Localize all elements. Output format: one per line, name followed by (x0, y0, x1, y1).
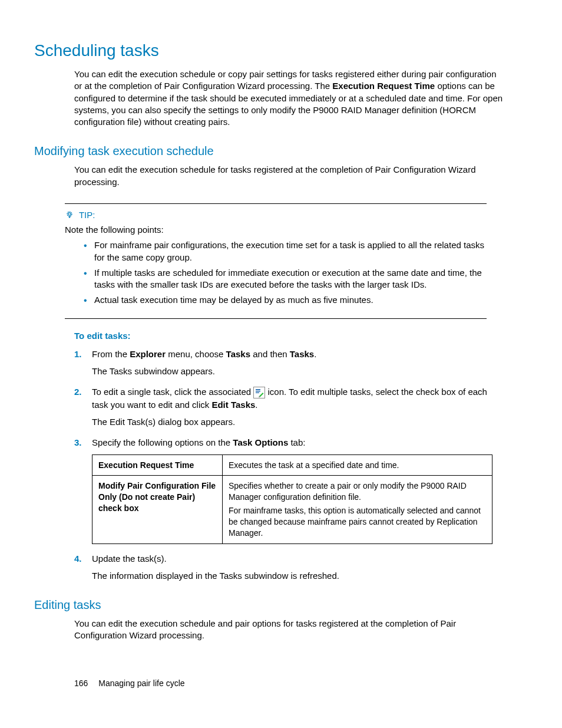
mod-paragraph: You can edit the execution schedule for … (74, 164, 504, 188)
tip-bullet: For mainframe pair configurations, the e… (84, 239, 487, 263)
edit-task-icon (253, 387, 265, 398)
svg-rect-5 (256, 392, 259, 393)
editing-paragraph: You can edit the execution schedule and … (74, 618, 504, 642)
table-cell-label: Modify Pair Configuration File Only (Do … (92, 476, 223, 543)
svg-rect-3 (256, 389, 260, 390)
bold-text: Edit Tasks (211, 400, 255, 410)
table-cell-desc: Specifies whether to create a pair or on… (223, 476, 492, 543)
to-edit-tasks-heading: To edit tasks: (74, 331, 528, 341)
footer-title: Managing pair life cycle (98, 678, 184, 688)
bold-text: Tasks (290, 349, 314, 359)
heading-editing-tasks: Editing tasks (34, 598, 528, 612)
text: menu, choose (166, 349, 226, 359)
bold-text: Task Options (233, 437, 288, 447)
text: Update the task(s). (92, 554, 167, 564)
text: From the (92, 349, 130, 359)
tip-bullet: Actual task execution time may be delaye… (84, 294, 487, 306)
table-cell-desc: Executes the task at a specified date an… (223, 454, 492, 476)
intro-paragraph: You can edit the execution schedule or c… (74, 68, 504, 128)
heading-scheduling-tasks: Scheduling tasks (34, 41, 528, 60)
step-1: From the Explorer menu, choose Tasks and… (74, 348, 504, 377)
svg-marker-6 (259, 393, 264, 397)
table-cell-label: Execution Request Time (92, 454, 223, 476)
page-number: 166 (74, 678, 88, 688)
svg-point-1 (68, 213, 71, 215)
text: To edit a single task, click the associa… (92, 387, 253, 397)
tip-block: TIP: Note the following points: For main… (65, 203, 487, 319)
bold-text: Tasks (226, 349, 250, 359)
bold-text: Explorer (130, 349, 166, 359)
text: . (314, 349, 316, 359)
table-row: Modify Pair Configuration File Only (Do … (92, 476, 492, 543)
table-row: Execution Request Time Executes the task… (92, 454, 492, 476)
page-footer: 166 Managing pair life cycle (74, 678, 185, 688)
text: For mainframe tasks, this option is auto… (229, 505, 486, 539)
text: tab: (288, 437, 305, 447)
step-4: Update the task(s). The information disp… (74, 552, 504, 582)
text: and then (250, 349, 290, 359)
tip-bullet: If multiple tasks are scheduled for imme… (84, 267, 487, 291)
step-1-sub: The Tasks subwindow appears. (92, 365, 504, 377)
task-options-table: Execution Request Time Executes the task… (92, 454, 492, 544)
heading-modifying-schedule: Modifying task execution schedule (34, 144, 528, 158)
tip-label: TIP: (79, 210, 95, 220)
text: Specifies whether to create a pair or on… (229, 480, 486, 503)
step-2: To edit a single task, click the associa… (74, 386, 504, 428)
tip-intro: Note the following points: (65, 225, 487, 235)
tip-lightbulb-icon (65, 210, 74, 221)
svg-rect-2 (69, 216, 70, 218)
step-2-sub: The Edit Task(s) dialog box appears. (92, 416, 504, 428)
step-4-sub: The information displayed in the Tasks s… (92, 569, 504, 582)
text: . (255, 400, 257, 410)
text: Specify the following options on the (92, 437, 233, 447)
svg-rect-4 (256, 391, 260, 392)
step-3: Specify the following options on the Tas… (74, 436, 504, 544)
bold-text: Execution Request Time (332, 81, 435, 91)
